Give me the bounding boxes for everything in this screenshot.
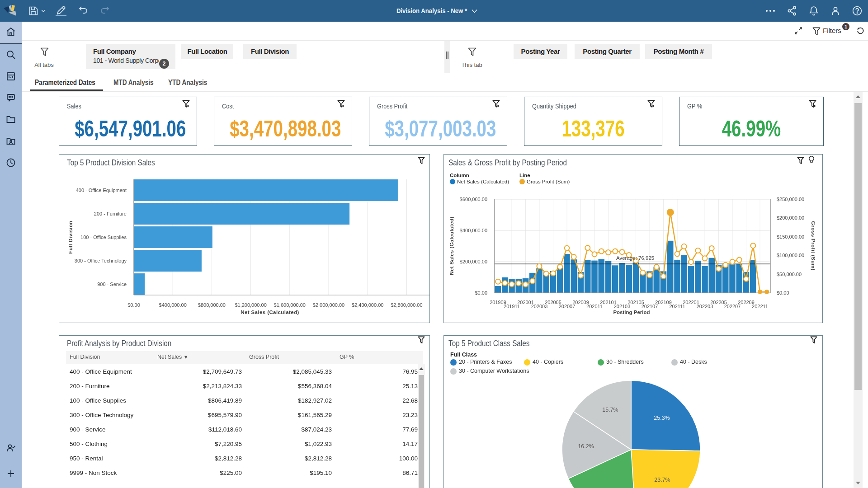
svg-text:25.3%: 25.3% — [654, 415, 670, 421]
svg-text:$400,000.00: $400,000.00 — [460, 228, 487, 233]
svg-text:$2,800,000.00: $2,800,000.00 — [391, 302, 422, 308]
svg-text:$150,000.00: $150,000.00 — [777, 234, 804, 239]
svg-text:$250,000.00: $250,000.00 — [777, 197, 804, 202]
svg-text:15.7%: 15.7% — [602, 407, 618, 413]
svg-text:$100,000.00: $100,000.00 — [777, 253, 804, 258]
svg-text:$2,000,000.00: $2,000,000.00 — [313, 302, 344, 308]
svg-text:400 - Office Equipment: 400 - Office Equipment — [76, 188, 127, 193]
svg-text:100 - Office Supplies: 100 - Office Supplies — [80, 235, 127, 240]
svg-text:$0.00: $0.00 — [475, 290, 487, 296]
svg-text:$200,000.00: $200,000.00 — [460, 259, 487, 264]
svg-text:200 - Furniture: 200 - Furniture — [94, 211, 127, 216]
svg-text:$800,000.00: $800,000.00 — [198, 302, 226, 308]
svg-text:23.7%: 23.7% — [654, 477, 670, 483]
svg-text:Average: 76,925: Average: 76,925 — [616, 255, 654, 261]
svg-text:$2,400,000.00: $2,400,000.00 — [352, 302, 383, 308]
svg-text:Net Sales (Calculated): Net Sales (Calculated) — [449, 216, 454, 275]
svg-text:300 - Office Technology: 300 - Office Technology — [75, 258, 127, 263]
svg-text:$0.00: $0.00 — [127, 302, 140, 308]
svg-text:$0.00: $0.00 — [777, 290, 789, 296]
svg-text:16.2%: 16.2% — [578, 443, 594, 450]
svg-text:Gross Profit (Sum): Gross Profit (Sum) — [811, 221, 816, 270]
svg-text:$1,600,000.00: $1,600,000.00 — [274, 302, 306, 308]
svg-text:Full Division: Full Division — [68, 221, 73, 254]
svg-text:$1,200,000.00: $1,200,000.00 — [235, 302, 266, 308]
svg-text:900 - Service: 900 - Service — [97, 282, 127, 287]
svg-text:$200,000.00: $200,000.00 — [777, 215, 804, 221]
svg-text:$400,000.00: $400,000.00 — [159, 302, 187, 308]
svg-text:$600,000.00: $600,000.00 — [460, 197, 487, 202]
svg-text:Posting Period: Posting Period — [613, 310, 650, 315]
svg-text:Net Sales (Calculated): Net Sales (Calculated) — [241, 310, 299, 315]
svg-text:202211: 202211 — [752, 304, 768, 309]
svg-text:$50,000.00: $50,000.00 — [777, 272, 802, 277]
